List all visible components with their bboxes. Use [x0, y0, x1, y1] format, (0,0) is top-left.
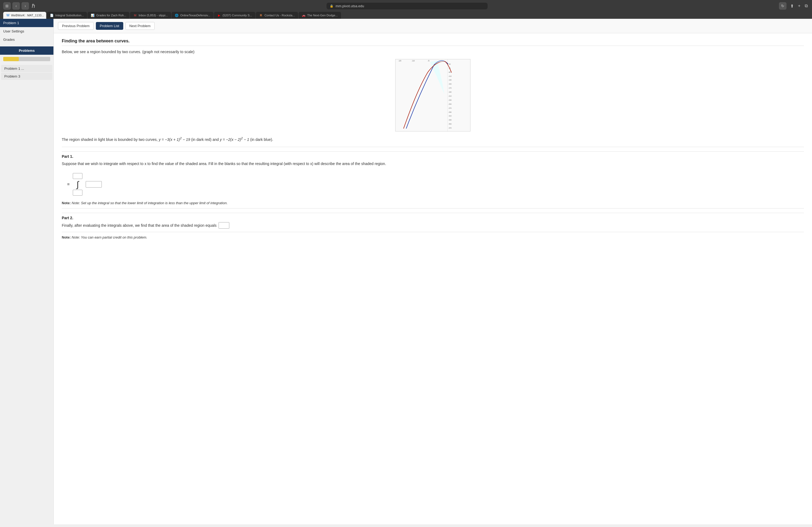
- svg-text:-250: -250: [448, 103, 452, 105]
- svg-text:-330: -330: [448, 119, 452, 121]
- sidebar-item-problem1[interactable]: Problem 1: [0, 19, 54, 27]
- tab-label-integral: Integral Substitution...: [55, 14, 84, 17]
- tab-grades[interactable]: 📊 Grades for Zach Roh...: [88, 12, 129, 19]
- svg-text:-50: -50: [448, 63, 451, 65]
- curve1-formula: y = −3(x + 1)2 − 19: [159, 137, 190, 142]
- reload-button[interactable]: ↻: [779, 2, 786, 10]
- part2-note: Note: Note: You can earn partial credit …: [62, 235, 804, 239]
- part1-title: Part 1.: [62, 151, 804, 159]
- previous-problem-button[interactable]: Previous Problem: [58, 22, 94, 30]
- tab-favicon-inbox: M: [133, 13, 137, 17]
- svg-text:-130: -130: [448, 79, 452, 81]
- new-tab-button[interactable]: +: [797, 2, 801, 10]
- divider-2: [62, 208, 804, 209]
- tab-label-grades: Grades for Zach Roh...: [96, 14, 126, 17]
- browser-toolbar: ⊞ ‹ › ℏ 🔒 mm.pivot.utsa.edu ↻ ⬆ + ⧉: [3, 2, 809, 10]
- sidebar-toggle-button[interactable]: ⊞: [3, 2, 11, 10]
- tab-label-contact: Contact Us - Rocksta...: [264, 14, 295, 17]
- part2-title: Part 2.: [62, 213, 804, 220]
- sidebar-item-user-settings[interactable]: User Settings: [0, 27, 54, 35]
- progress-bar-background: [3, 57, 50, 61]
- problem-list-item-1[interactable]: Problem 1 ...: [1, 65, 52, 72]
- tab-dodge[interactable]: 🚗 The Next-Gen Dodge...: [299, 12, 341, 19]
- svg-text:-270: -270: [448, 107, 452, 109]
- svg-text:-290: -290: [448, 111, 452, 113]
- sidebar-section-problems: Problems: [0, 46, 54, 55]
- tab-contact[interactable]: R Contact Us - Rocksta...: [256, 12, 298, 19]
- app-container: Problem 1 User Settings Grades Problems …: [0, 19, 812, 524]
- tab-texas[interactable]: 🌐 OnlineTexasDefensiv...: [172, 12, 214, 19]
- main-content: Previous Problem Problem List Next Probl…: [54, 19, 812, 524]
- final-answer-row: Finally, after evaluating the integrals …: [62, 222, 804, 229]
- problem-content: Finding the area between curves. Below, …: [54, 33, 812, 248]
- progress-bar-fill: [3, 57, 19, 61]
- tab-community[interactable]: ▶ (5207) Community S...: [214, 12, 255, 19]
- part2-description: Finally, after evaluating the integrals …: [62, 223, 216, 228]
- upper-bound-input[interactable]: [73, 173, 83, 179]
- svg-text:-170: -170: [448, 87, 452, 89]
- tab-label-community: (5207) Community S...: [222, 14, 252, 17]
- svg-text:-15: -15: [398, 60, 402, 62]
- tab-label-dodge: The Next-Gen Dodge...: [307, 14, 338, 17]
- svg-text:-150: -150: [448, 83, 452, 85]
- lower-bound-input[interactable]: [73, 190, 83, 196]
- svg-text:-310: -310: [448, 115, 452, 117]
- part1-description: Suppose that we wish to integrate with r…: [62, 161, 804, 167]
- back-button[interactable]: ‹: [12, 2, 20, 10]
- svg-text:-230: -230: [448, 99, 452, 101]
- browser-tabs: W WeBWorK : MAT_1133... 📄 Integral Subst…: [3, 12, 809, 19]
- sidebar-item-grades[interactable]: Grades: [0, 35, 54, 44]
- nav-buttons: Previous Problem Problem List Next Probl…: [54, 19, 812, 33]
- divider-3: [62, 232, 804, 232]
- share-button[interactable]: ⬆: [789, 2, 795, 10]
- curve-description: The region shaded in light blue is bound…: [62, 136, 804, 142]
- svg-text:-110: -110: [448, 75, 452, 77]
- curve2-formula: y = −2(x − 2)2 − 1: [220, 137, 249, 142]
- forward-button[interactable]: ›: [21, 2, 29, 10]
- equals-sign: =: [67, 182, 70, 187]
- progress-bar-container: [0, 55, 54, 63]
- tab-favicon-dodge: 🚗: [302, 13, 306, 17]
- part2-note-text: Note: You can earn partial credit on thi…: [72, 235, 147, 239]
- part1-note: Note: Note: Set up the integral so that …: [62, 201, 804, 205]
- problem-list-item-3[interactable]: Problem 3: [1, 73, 52, 80]
- integral-symbol: ∫: [76, 180, 79, 189]
- problem-list-button[interactable]: Problem List: [96, 22, 123, 30]
- next-problem-button[interactable]: Next Problem: [126, 22, 155, 30]
- final-answer-input[interactable]: [219, 222, 229, 229]
- graph-svg: -15 -10 -5 -50 -70 -90 -110 -130 -150 -1…: [395, 59, 470, 131]
- tab-favicon-texas: 🌐: [175, 13, 178, 17]
- address-bar[interactable]: 🔒 mm.pivot.utsa.edu: [327, 3, 488, 10]
- tab-overview-button[interactable]: ⧉: [804, 2, 809, 10]
- browser-logo: ℏ: [32, 3, 35, 9]
- svg-text:-190: -190: [448, 91, 452, 93]
- tab-integral[interactable]: 📄 Integral Substitution...: [47, 12, 87, 19]
- problem-list: Problem 1 ... Problem 3: [0, 63, 54, 81]
- lock-icon: 🔒: [330, 4, 334, 8]
- tab-label-inbox: Inbox (5,853) - slippi...: [139, 14, 168, 17]
- svg-text:-350: -350: [448, 123, 452, 125]
- tab-webwork[interactable]: W WeBWorK : MAT_1133...: [3, 12, 46, 19]
- problem-intro: Below, we see a region bounded by two cu…: [62, 49, 804, 55]
- integral-display: = ∫: [62, 170, 804, 199]
- svg-text:-10: -10: [412, 60, 415, 62]
- svg-text:-370: -370: [448, 127, 452, 129]
- browser-action-buttons: ⬆ + ⧉: [789, 2, 809, 10]
- tab-favicon-community: ▶: [217, 13, 221, 17]
- part1-note-text: Note: Set up the integral so that the lo…: [72, 201, 228, 205]
- graph-container: -15 -10 -5 -50 -70 -90 -110 -130 -150 -1…: [395, 59, 470, 132]
- svg-text:-5: -5: [427, 60, 430, 62]
- url-text: mm.pivot.utsa.edu: [336, 4, 364, 8]
- tab-label-webwork: WeBWorK : MAT_1133...: [11, 14, 44, 17]
- tab-favicon-integral: 📄: [50, 13, 54, 17]
- svg-text:-210: -210: [448, 95, 452, 97]
- tab-favicon-webwork: W: [6, 13, 10, 17]
- sidebar: Problem 1 User Settings Grades Problems …: [0, 19, 54, 524]
- browser-controls: ⊞ ‹ ›: [3, 2, 29, 10]
- tab-inbox[interactable]: M Inbox (5,853) - slippi...: [130, 12, 171, 19]
- tab-favicon-grades: 📊: [91, 13, 95, 17]
- integrand-input[interactable]: [86, 181, 102, 187]
- svg-text:-90: -90: [448, 71, 451, 73]
- tab-favicon-contact: R: [259, 13, 263, 17]
- tab-label-texas: OnlineTexasDefensiv...: [180, 14, 210, 17]
